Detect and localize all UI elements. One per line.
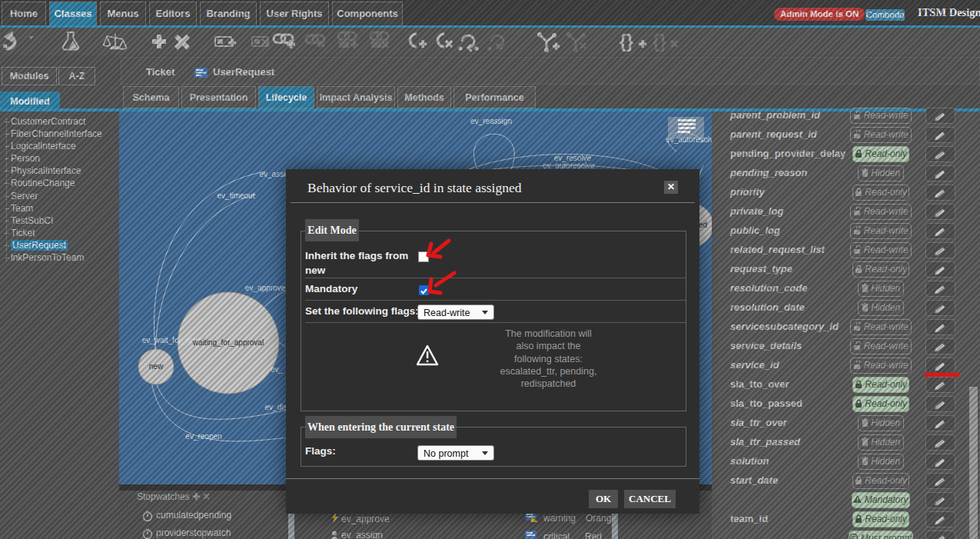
svg-text:ev_timeout: ev_timeout [218,191,255,200]
svg-text:{}: {} [620,32,633,52]
svg-text:waiting_for_approval: waiting_for_approval [192,338,264,347]
svg-text:ev_reassign: ev_reassign [470,117,512,125]
svg-text:new: new [149,362,164,371]
svg-text:ev_: ev_ [271,365,284,374]
svg-text:{}: {} [653,32,666,52]
svg-text:ev_approve: ev_approve [245,284,286,292]
svg-text:ev_dis: ev_dis [265,403,287,411]
svg-text:ev_reopen: ev_reopen [185,432,221,441]
